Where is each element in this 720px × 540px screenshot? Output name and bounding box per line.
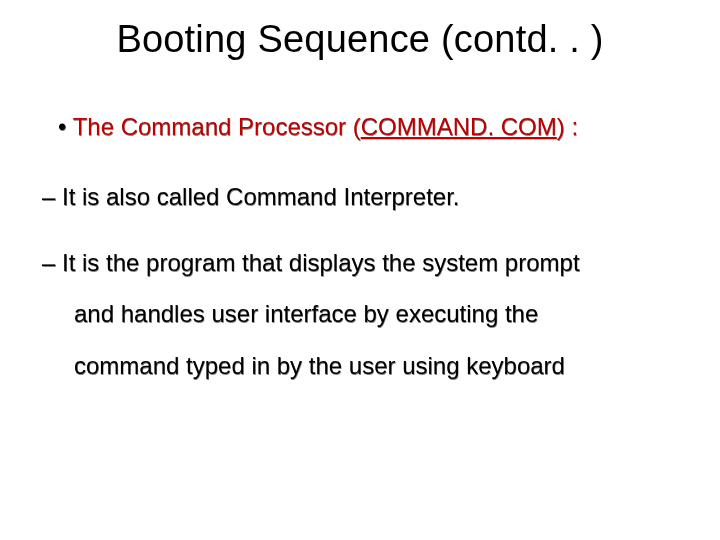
sub-bullet-program: It is the program that displays the syst… (42, 237, 680, 392)
sub-bullet-interpreter: It is also called Command Interpreter. (42, 171, 680, 223)
sub1-text: It is also called Command Interpreter. (62, 183, 460, 210)
bullet1-command: COMMAND. COM (361, 113, 557, 140)
bullet-list-level1: The Command Processor (COMMAND. COM) : (58, 113, 680, 141)
slide: Booting Sequence (contd. . ) The Command… (0, 0, 720, 540)
sub2-line2: and handles user interface by executing … (42, 288, 680, 340)
slide-title: Booting Sequence (contd. . ) (40, 18, 680, 61)
bullet1-prefix: The Command Processor ( (73, 113, 361, 140)
bullet1-suffix: ) : (557, 113, 578, 140)
sub2-line3: command typed in by the user using keybo… (42, 340, 680, 392)
bullet-list-level2: It is also called Command Interpreter. I… (42, 171, 680, 391)
bullet-command-processor: The Command Processor (COMMAND. COM) : (58, 113, 680, 141)
sub2-line1: It is the program that displays the syst… (62, 249, 580, 276)
